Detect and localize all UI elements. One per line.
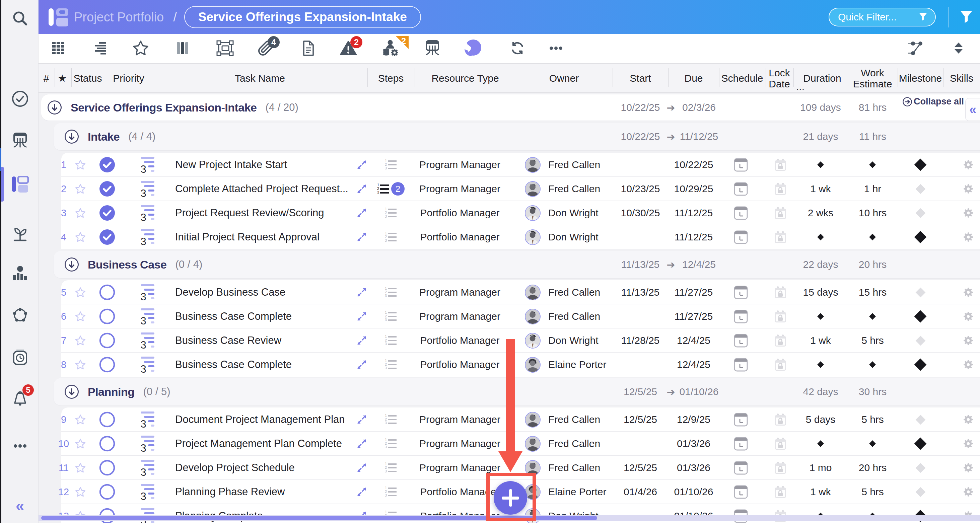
owner-avatar[interactable] xyxy=(525,280,541,304)
due-date[interactable]: 01/3/26 xyxy=(668,432,719,456)
owner-avatar[interactable] xyxy=(525,432,541,456)
expand-task-icon[interactable] xyxy=(356,201,368,225)
steps-icon[interactable]: 123 xyxy=(384,280,398,304)
sidebar-item-portfolio[interactable] xyxy=(2,173,38,195)
toolbar-button-attachments[interactable]: 4 xyxy=(253,34,278,64)
toolbar-button-sort[interactable] xyxy=(946,34,971,64)
row-settings-gear[interactable] xyxy=(962,153,975,177)
priority-indicator[interactable]: 3 xyxy=(139,225,156,249)
due-date[interactable]: 12/4/25 xyxy=(668,353,719,377)
expand-task-icon[interactable] xyxy=(356,432,368,456)
status-toggle[interactable] xyxy=(99,480,115,504)
due-date[interactable]: 12/9/25 xyxy=(668,407,719,432)
favorite-star[interactable] xyxy=(72,407,89,432)
section-title[interactable]: Business Case(0 / 4) xyxy=(88,251,389,278)
due-date[interactable]: 10/29/25 xyxy=(668,177,719,201)
column-header-schedule[interactable]: Schedule xyxy=(721,64,763,93)
task-name[interactable]: Planning Phase Review xyxy=(175,480,363,504)
due-date[interactable]: 11/12/25 xyxy=(668,225,719,249)
status-toggle[interactable] xyxy=(99,353,115,377)
status-toggle[interactable] xyxy=(99,304,115,329)
steps-icon[interactable]: 123 xyxy=(384,201,398,225)
owner-avatar[interactable] xyxy=(525,201,541,225)
sidebar-item-search[interactable] xyxy=(2,8,38,29)
task-name[interactable]: Document Project Management Plan xyxy=(175,407,363,432)
task-name[interactable]: Business Case Complete xyxy=(175,304,363,329)
owner-avatar[interactable] xyxy=(525,353,541,377)
priority-indicator[interactable]: 3 xyxy=(139,201,156,225)
quick-filter-input[interactable]: Quick Filter... xyxy=(829,8,936,27)
steps-icon[interactable]: 123 xyxy=(384,329,398,353)
priority-indicator[interactable]: 3 xyxy=(139,432,156,456)
lock-date-icon[interactable] xyxy=(773,353,788,377)
task-name[interactable]: Project Management Plan Complete xyxy=(175,432,363,456)
steps-icon[interactable]: 123 xyxy=(384,432,398,456)
steps-icon[interactable]: 123 xyxy=(384,407,398,432)
schedule-icon[interactable] xyxy=(733,304,749,329)
toolbar-button-warning[interactable]: 2 xyxy=(336,34,361,64)
start-date[interactable]: 11/28/25 xyxy=(612,329,668,353)
start-date[interactable]: 10/30/25 xyxy=(612,201,668,225)
task-name[interactable]: Develop Project Schedule xyxy=(175,456,363,480)
sidebar-item-network[interactable] xyxy=(2,304,38,326)
steps-icon[interactable]: 123 xyxy=(384,304,398,329)
lock-date-icon[interactable] xyxy=(773,432,788,456)
breadcrumb-root[interactable]: Project Portfolio xyxy=(74,10,164,24)
status-toggle[interactable] xyxy=(99,280,115,304)
expand-task-icon[interactable] xyxy=(356,329,368,353)
priority-indicator[interactable]: 3 xyxy=(139,456,156,480)
column-header-name[interactable]: Task Name xyxy=(235,64,285,93)
expand-task-icon[interactable] xyxy=(356,456,368,480)
favorite-star[interactable] xyxy=(72,329,89,353)
toolbar-button-outline[interactable] xyxy=(87,34,112,64)
status-toggle[interactable] xyxy=(99,407,115,432)
priority-indicator[interactable]: 3 xyxy=(139,353,156,377)
favorite-star[interactable] xyxy=(72,201,89,225)
lock-date-icon[interactable] xyxy=(773,456,788,480)
toolbar-button-star[interactable] xyxy=(128,34,153,64)
toolbar-button-ai-assistant[interactable] xyxy=(460,34,485,64)
section-title[interactable]: Planning(0 / 5) xyxy=(88,378,389,405)
steps-icon[interactable]: 123 xyxy=(384,480,398,504)
due-date[interactable]: 11/27/25 xyxy=(668,304,719,329)
status-toggle[interactable] xyxy=(99,432,115,456)
task-name[interactable]: Business Case Review xyxy=(175,329,363,353)
sidebar-item-critical-path[interactable] xyxy=(2,130,38,151)
row-settings-gear[interactable] xyxy=(962,329,975,353)
due-date[interactable]: 01/3/26 xyxy=(668,456,719,480)
start-date[interactable]: 12/5/25 xyxy=(612,407,668,432)
toolbar-button-critical-path[interactable] xyxy=(420,34,445,64)
collapse-all-button[interactable]: Collapse all xyxy=(902,97,964,107)
schedule-icon[interactable] xyxy=(733,153,749,177)
steps-icon[interactable]: 123 xyxy=(384,353,398,377)
schedule-icon[interactable] xyxy=(733,201,749,225)
favorite-star[interactable] xyxy=(72,177,89,201)
toolbar-button-frame[interactable] xyxy=(212,34,238,64)
owner-avatar[interactable] xyxy=(525,153,541,177)
lock-date-icon[interactable] xyxy=(773,177,788,201)
task-name[interactable]: Business Case Complete xyxy=(175,353,363,377)
column-header-star[interactable]: ★ xyxy=(58,64,67,93)
lock-date-icon[interactable] xyxy=(773,304,788,329)
toolbar-button-refresh[interactable] xyxy=(505,34,530,64)
start-date[interactable]: 12/5/25 xyxy=(612,456,668,480)
expand-task-icon[interactable] xyxy=(356,480,368,504)
owner-avatar[interactable] xyxy=(525,407,541,432)
schedule-icon[interactable] xyxy=(733,329,749,353)
task-name[interactable]: New Project Intake Start xyxy=(175,153,363,177)
schedule-icon[interactable] xyxy=(733,432,749,456)
status-toggle[interactable] xyxy=(99,456,115,480)
row-settings-gear[interactable] xyxy=(962,407,975,432)
expand-task-icon[interactable] xyxy=(356,304,368,329)
priority-indicator[interactable]: 3 xyxy=(139,153,156,177)
expand-task-icon[interactable] xyxy=(356,280,368,304)
owner-avatar[interactable] xyxy=(525,329,541,353)
project-title-pill[interactable]: Service Offerings Expansion-Intake xyxy=(184,6,421,28)
row-settings-gear[interactable] xyxy=(962,480,975,504)
collapse-group-icon[interactable] xyxy=(64,251,79,278)
status-complete-toggle[interactable] xyxy=(99,153,115,177)
toolbar-button-document[interactable] xyxy=(295,34,321,64)
column-header-lock[interactable]: LockDate xyxy=(768,64,790,93)
row-settings-gear[interactable] xyxy=(962,304,975,329)
lock-date-icon[interactable] xyxy=(773,407,788,432)
